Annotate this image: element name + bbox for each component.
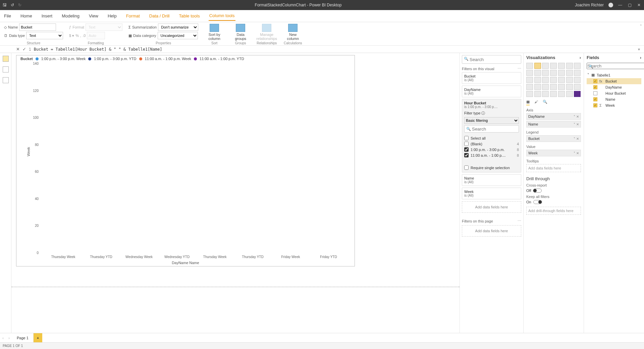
fields-search-input[interactable]	[587, 63, 644, 69]
chart-visual[interactable]: Bucket1:00 p.m. - 3:00 p.m. Week1:00 p.m…	[16, 55, 355, 266]
viz-type-icon[interactable]	[574, 70, 581, 76]
menu-tab-data-drill[interactable]: Data / Drill	[149, 11, 170, 20]
field-well-item[interactable]: DayName˅ ✕	[526, 113, 581, 120]
data-category-select[interactable]: Uncategorized	[158, 32, 198, 39]
require-single-checkbox[interactable]	[464, 165, 469, 170]
viz-type-icon[interactable]	[550, 84, 557, 90]
viz-type-icon[interactable]	[574, 84, 581, 90]
viz-type-icon[interactable]	[534, 70, 541, 76]
more-icon[interactable]: ⋯	[518, 66, 521, 71]
filter-option-checkbox[interactable]	[464, 142, 469, 146]
add-visual-filter-well[interactable]: Add data fields here	[462, 201, 521, 213]
viz-type-icon[interactable]	[558, 77, 565, 83]
model-view-icon[interactable]	[3, 77, 9, 83]
new-column-button[interactable]: New column	[283, 24, 303, 41]
menu-tab-help[interactable]: Help	[107, 11, 117, 20]
field-well-item[interactable]: Week˅ ✕	[526, 150, 581, 156]
commit-formula-icon[interactable]: ✓	[22, 47, 26, 52]
user-name[interactable]: Joachim Richter	[575, 3, 604, 7]
menu-tab-modeling[interactable]: Modeling	[61, 11, 80, 20]
viz-type-icon[interactable]	[534, 77, 541, 83]
avatar[interactable]	[608, 3, 613, 7]
viz-type-icon[interactable]	[542, 70, 549, 76]
field-item[interactable]: Hour Bucket	[587, 90, 641, 96]
collapse-pane-icon[interactable]: ›	[640, 55, 641, 60]
menu-tab-home[interactable]: Home	[20, 11, 33, 20]
menu-tab-column-tools[interactable]: Column tools	[209, 11, 235, 21]
viz-type-icon[interactable]	[566, 63, 573, 69]
filter-card[interactable]: DayNameis (All)	[462, 86, 521, 97]
filter-type-select[interactable]: Basic filtering	[464, 117, 519, 124]
menu-tab-file[interactable]: File	[3, 11, 12, 20]
viz-type-icon[interactable]	[558, 63, 565, 69]
menu-tab-table-tools[interactable]: Table tools	[178, 11, 200, 20]
viz-type-icon[interactable]	[558, 91, 565, 97]
summarization-select[interactable]: Don't summarize	[158, 23, 198, 31]
format-tab-icon[interactable]: 🖌	[534, 100, 538, 105]
viz-type-icon[interactable]	[526, 63, 533, 69]
name-input[interactable]	[19, 23, 56, 31]
viz-type-icon[interactable]	[526, 91, 533, 97]
viz-type-icon[interactable]	[550, 91, 557, 97]
viz-type-icon[interactable]	[526, 84, 533, 90]
viz-type-icon[interactable]	[542, 84, 549, 90]
viz-type-icon[interactable]	[574, 63, 581, 69]
collapse-pane-icon[interactable]: ›	[580, 55, 581, 60]
minimize-icon[interactable]: —	[618, 3, 623, 7]
report-view-icon[interactable]	[3, 56, 9, 62]
viz-type-icon[interactable]	[534, 84, 541, 90]
viz-type-icon[interactable]	[574, 77, 581, 83]
more-icon[interactable]: ⋯	[518, 219, 521, 223]
viz-type-icon[interactable]	[526, 77, 533, 83]
menu-tab-view[interactable]: View	[88, 11, 99, 20]
formula-dropdown-icon[interactable]: ▾	[636, 47, 642, 52]
filter-option-checkbox[interactable]	[464, 147, 469, 152]
table-header[interactable]: ˅ ▦ Tabelle1	[587, 72, 641, 78]
viz-type-icon[interactable]	[534, 63, 541, 69]
field-item[interactable]: ✓fxBucket	[587, 78, 641, 84]
data-groups-button[interactable]: Data groups	[230, 24, 251, 41]
undo-icon[interactable]: ↺	[11, 3, 14, 7]
fields-tab-icon[interactable]: ▦	[526, 100, 530, 105]
filters-search-input[interactable]	[462, 55, 521, 64]
datatype-select[interactable]: Text	[26, 32, 63, 39]
field-item[interactable]: ✓Name	[587, 96, 641, 102]
viz-type-icon[interactable]	[574, 91, 581, 97]
maximize-icon[interactable]: ▢	[627, 3, 632, 7]
redo-icon[interactable]: ↻	[18, 3, 21, 7]
report-canvas[interactable]: Bucket1:00 p.m. - 3:00 p.m. Week1:00 p.m…	[11, 53, 460, 333]
viz-type-icon[interactable]	[534, 91, 541, 97]
viz-type-icon[interactable]	[558, 84, 565, 90]
save-icon[interactable]: 🖫	[3, 3, 7, 7]
analytics-tab-icon[interactable]: 🔍	[543, 100, 547, 105]
page-tab[interactable]: Page 1	[12, 333, 34, 342]
tooltips-well[interactable]: Add data fields here	[526, 164, 581, 172]
formula-text[interactable]: Bucket = Tabelle1[Hour Bucket] & " " & T…	[34, 47, 633, 52]
add-page-button[interactable]: +	[34, 333, 42, 342]
viz-type-icon[interactable]	[566, 70, 573, 76]
filter-card[interactable]: Nameis (All)	[462, 174, 521, 186]
field-well-item[interactable]: Bucket˅ ✕	[526, 135, 581, 142]
tab-next-icon[interactable]: ›	[6, 336, 12, 340]
viz-type-icon[interactable]	[558, 70, 565, 76]
close-icon[interactable]: ✕	[637, 3, 641, 7]
collapse-ribbon-icon[interactable]: ˄	[640, 24, 642, 29]
viz-type-icon[interactable]	[526, 70, 533, 76]
cancel-formula-icon[interactable]: ✕	[16, 47, 20, 52]
tab-prev-icon[interactable]: ‹	[0, 336, 6, 340]
viz-type-icon[interactable]	[566, 84, 573, 90]
drill-through-well[interactable]: Add drill-through fields here	[526, 207, 581, 215]
info-icon[interactable]: ⓘ	[481, 111, 485, 115]
menu-tab-insert[interactable]: Insert	[41, 11, 53, 20]
filter-option-checkbox[interactable]	[464, 136, 469, 140]
add-page-filter-well[interactable]: Add data fields here	[462, 225, 521, 237]
filter-value-search[interactable]	[464, 125, 519, 133]
field-well-item[interactable]: Name˅ ✕	[526, 121, 581, 128]
viz-type-icon[interactable]	[550, 70, 557, 76]
filter-option-checkbox[interactable]	[464, 153, 469, 157]
field-item[interactable]: ✓ΣWeek	[587, 102, 641, 108]
viz-type-icon[interactable]	[542, 63, 549, 69]
field-item[interactable]: ✓DayName	[587, 84, 641, 90]
viz-type-icon[interactable]	[566, 91, 573, 97]
sort-by-column-button[interactable]: Sort by column	[204, 24, 224, 41]
